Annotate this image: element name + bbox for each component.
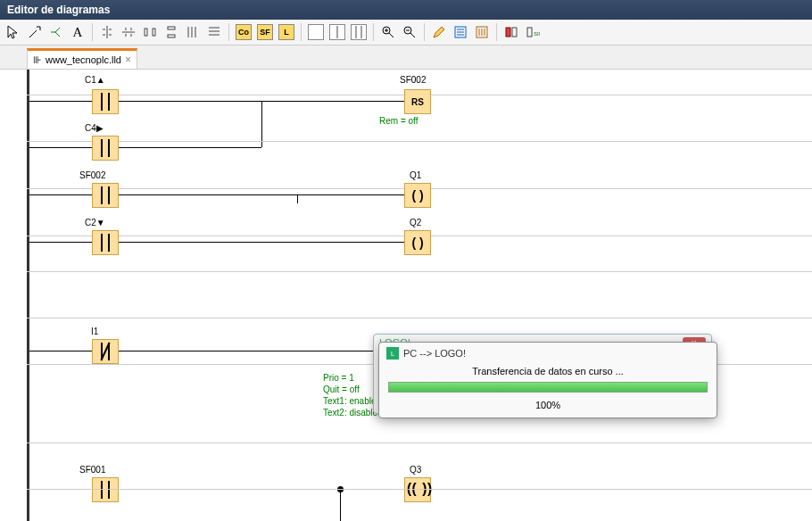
contact-c4[interactable] [92,136,119,161]
half-tool[interactable] [327,22,347,42]
svg-rect-3 [168,35,175,37]
align-h1-tool[interactable] [97,22,117,42]
coil-label-q2: Q2 [410,218,421,227]
rung-line [27,442,812,443]
svg-text:SIM: SIM [534,31,540,37]
rs-block[interactable]: RS [404,89,431,114]
params1-tool[interactable] [451,22,470,42]
wire [119,101,261,102]
rung-line [27,141,812,142]
contact-label-c1: C1▲ [85,75,105,85]
app-title: Editor de diagramas [7,4,110,16]
contact-sf001[interactable] [92,477,119,502]
contact-sf002[interactable] [92,183,119,208]
coil-label-sf002: SF002 [400,75,426,85]
coil-q2[interactable]: ( ) [404,230,431,255]
align-row-tool[interactable] [204,22,224,42]
contact-label-sf002: SF002 [79,170,105,180]
svg-rect-9 [512,28,517,37]
contact-label-i1: I1 [91,327,98,336]
transfer-dialog: L PC --> LOGO! Transferencia de datos en… [378,342,717,418]
pencil-tool[interactable] [429,22,449,42]
coil-q1[interactable]: ( ) [404,183,431,208]
progress-bar [388,382,708,393]
zoom-out-tool[interactable] [400,22,419,42]
contact-label-c4: C4▶ [85,123,104,133]
coil-label-q1: Q1 [410,170,421,180]
app-title-bar: Editor de diagramas [0,0,812,20]
co-block-tool[interactable]: Co [234,22,253,42]
rung-line [27,318,812,318]
wire [119,351,404,351]
align-col-tool[interactable] [183,22,203,42]
wire [29,242,92,243]
coil-q3[interactable]: (( )) [404,477,431,502]
l-block-tool[interactable]: L [277,22,296,42]
logo-icon: L [386,347,399,360]
rs-rem-label: Rem = off [379,116,418,126]
wire [29,351,92,351]
transfer-dialog-title: PC --> LOGO! [403,348,466,359]
svg-rect-0 [145,29,147,36]
rung-line [27,271,812,272]
svg-rect-2 [168,27,175,29]
diagram-canvas[interactable]: C1▲ SF002 RS Rem = off C4▶ SF002 Q1 ( ) … [0,70,812,521]
text-tool[interactable]: A [68,22,87,42]
cols-tool[interactable] [349,22,369,42]
wire [29,147,92,148]
wire [119,194,297,195]
tab-label: www_tecnoplc.lld [46,54,121,65]
svg-rect-1 [153,29,155,36]
svg-rect-8 [506,28,510,37]
params2-tool[interactable] [472,22,492,42]
wire [29,194,92,195]
transfer-dialog-message: Transferencia de datos en curso ... [379,364,717,378]
coil-label-q3: Q3 [410,465,421,475]
dist-h-tool[interactable] [140,22,160,42]
square-tool[interactable] [306,22,326,42]
cursor-tool[interactable] [4,22,23,42]
wire [340,489,341,521]
wire [297,194,298,203]
contact-c2[interactable] [92,230,119,255]
tab-close-icon[interactable]: × [125,54,131,66]
svg-rect-10 [527,28,532,37]
connector-tool[interactable] [25,22,45,42]
ladder-icon: ⊪ [33,54,42,66]
sim-run-tool[interactable] [501,22,521,42]
dist-v-tool[interactable] [162,22,181,42]
contact-c1[interactable] [92,89,119,114]
wire [297,194,404,195]
quit-label: Quit = off [323,385,360,394]
progress-percent: 100% [379,396,717,418]
contact-label-sf001: SF001 [79,465,105,475]
power-rail [27,70,29,521]
tab-bar: ⊪ www_tecnoplc.lld × [0,45,812,70]
transfer-dialog-titlebar: L PC --> LOGO! [379,343,717,364]
tab-file[interactable]: ⊪ www_tecnoplc.lld × [27,48,137,69]
zoom-in-tool[interactable] [378,22,398,42]
align-h2-tool[interactable] [119,22,138,42]
sim-stop-tool[interactable]: SIM [523,22,543,42]
wire [119,147,261,148]
sf-block-tool[interactable]: SF [255,22,275,42]
wire [29,101,92,102]
wire [119,242,404,243]
contact-i1[interactable] [92,339,119,364]
wire [261,101,404,102]
rung-line [27,489,812,490]
toolbar: A Co SF L SIM [0,20,812,45]
cut-tool[interactable] [46,22,66,42]
contact-label-c2: C2▼ [85,218,105,227]
prio-label: Prio = 1 [323,373,354,383]
